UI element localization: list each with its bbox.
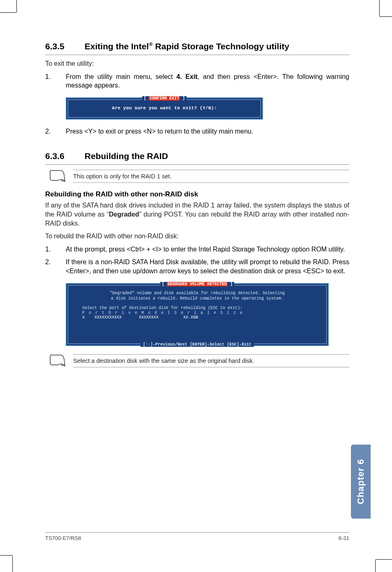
section-635-title-pre: Exiting the Intel <box>85 42 149 51</box>
degraded-hdr: P o r t D r i v e M o d e l S e r i a l … <box>75 311 320 315</box>
step-number: 1. <box>45 72 66 90</box>
note-icon <box>49 169 67 184</box>
section-636-para2: To rebuild the RAID with other non-RAID … <box>45 232 349 241</box>
section-635-steps-2: 2. Press <Y> to exit or press <N> to ret… <box>45 127 349 136</box>
note-block-1: This option is only for the RAID 1 set. <box>49 169 349 184</box>
section-636-para1: If any of the SATA hard disk drives incl… <box>45 201 349 228</box>
step-text: From the utility main menu, select 4. Ex… <box>66 72 349 90</box>
note-icon <box>49 353 67 368</box>
section-635-title-sup: ® <box>149 41 153 47</box>
section-635-rule <box>45 55 349 55</box>
degraded-para: "Degraded" volume and disk available for… <box>75 291 320 301</box>
section-635-title-post: Rapid Storage Technology utility <box>153 42 289 51</box>
step-number: 1. <box>45 245 66 254</box>
step-text: If there is a non-RAID SATA Hard Disk av… <box>66 258 349 275</box>
list-item: 2. If there is a non-RAID SATA Hard Disk… <box>45 258 349 275</box>
confirm-text: Are you sure you want to exit? (Y/N): <box>73 106 256 111</box>
list-item: 2. Press <Y> to exit or press <N> to ret… <box>45 127 349 136</box>
section-636-title: Rebuilding the RAID <box>85 151 168 161</box>
step-number: 2. <box>45 258 66 275</box>
section-635-intro: To exit the utility: <box>45 59 349 68</box>
chapter-sidetab: Chapter 6 <box>351 445 371 519</box>
page-content: 6.3.5 Exiting the Intel® Rapid Storage T… <box>45 41 349 375</box>
note-2-text: Select a destination disk with the same … <box>73 354 349 367</box>
note-block-2: Select a destination disk with the same … <box>49 353 349 368</box>
degraded-row: X XXXXXXXXXXX XXXXXXXX XX.XGB <box>75 315 320 320</box>
confirm-title: [ CONFIRM EXIT ] <box>142 96 187 101</box>
page-footer: TS700-E7/RS8 6-31 <box>45 532 349 541</box>
step-number: 2. <box>45 127 66 136</box>
degraded-foot: [↑↓]-Previous/Next [ENTER]-Select [ESC]-… <box>141 342 254 347</box>
section-636-num: 6.3.6 <box>45 151 82 161</box>
note-1-text: This option is only for the RAID 1 set. <box>73 170 349 183</box>
section-636-heading: 6.3.6 Rebuilding the RAID <box>45 151 349 161</box>
degraded-select: Select the port of destination disk for … <box>75 305 320 311</box>
degraded-volume-console: [ DEGRADED VOLUME DETECTED ] "Degraded" … <box>66 283 329 346</box>
section-636-rule <box>45 164 349 165</box>
section-635-heading: 6.3.5 Exiting the Intel® Rapid Storage T… <box>45 41 349 51</box>
footer-right: 6-31 <box>339 535 349 541</box>
step-text: At the prompt, press <Ctrl> + <I> to ent… <box>66 245 349 254</box>
sidetab-label: Chapter 6 <box>355 459 366 504</box>
section-636-steps: 1. At the prompt, press <Ctrl> + <I> to … <box>45 245 349 276</box>
step-text: Press <Y> to exit or press <N> to return… <box>66 127 349 136</box>
footer-left: TS700-E7/RS8 <box>45 535 81 541</box>
section-635-steps: 1. From the utility main menu, select 4.… <box>45 72 349 90</box>
section-635-num: 6.3.5 <box>45 42 82 51</box>
degraded-title: [ DEGRADED VOLUME DETECTED ] <box>160 282 234 286</box>
list-item: 1. At the prompt, press <Ctrl> + <I> to … <box>45 245 349 254</box>
list-item: 1. From the utility main menu, select 4.… <box>45 72 349 90</box>
confirm-exit-console: [ CONFIRM EXIT ] Are you sure you want t… <box>66 97 263 120</box>
section-636-subheading: Rebuilding the RAID with other non-RAID … <box>45 190 349 198</box>
